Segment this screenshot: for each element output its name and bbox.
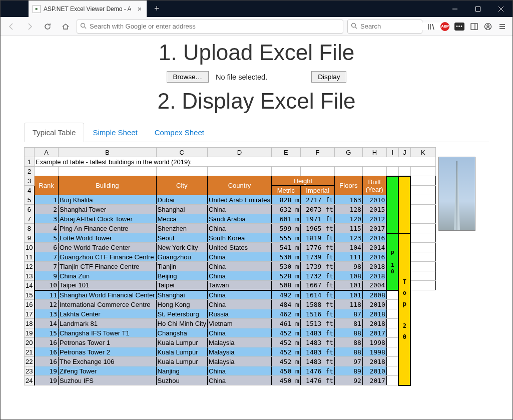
- cell-country: South Korea: [208, 233, 272, 243]
- cell-rank: 14: [35, 319, 59, 328]
- address-input[interactable]: [90, 23, 340, 30]
- row-header[interactable]: 13: [25, 271, 35, 281]
- col-header[interactable]: F: [300, 148, 334, 157]
- cell-imperial: 1971 ft: [300, 214, 334, 224]
- cell-metric: 450 m: [271, 376, 300, 385]
- tab-compex-sheet[interactable]: Compex Sheet: [146, 123, 213, 142]
- nav-forward-button[interactable]: [23, 20, 37, 34]
- window-close-button[interactable]: [489, 1, 512, 17]
- cell-building: Taipei 101: [59, 281, 157, 290]
- cell-city: Ho Chi Minh City: [156, 319, 208, 328]
- cell-rank: 16: [35, 347, 59, 357]
- cell-country: Malaysia: [208, 338, 272, 347]
- row-header[interactable]: 8: [25, 224, 35, 233]
- row-header[interactable]: 4: [25, 186, 35, 195]
- library-icon[interactable]: [426, 22, 435, 31]
- browse-button[interactable]: Browse…: [167, 71, 209, 83]
- col-header[interactable]: A: [35, 148, 59, 157]
- sheet-tabs: Typical TableSimple SheetCompex Sheet: [24, 123, 489, 142]
- col-header[interactable]: K: [410, 148, 435, 157]
- cell-rank: 12: [35, 300, 59, 309]
- lastpass-icon[interactable]: •••: [454, 23, 464, 31]
- hdr-city: City: [156, 176, 208, 195]
- display-button[interactable]: Display: [311, 71, 346, 83]
- reload-button[interactable]: [41, 20, 55, 34]
- cell-building: Zifeng Tower: [59, 366, 157, 376]
- row-header[interactable]: 10: [25, 243, 35, 252]
- cell-city: Kuala Lumpur: [156, 357, 208, 366]
- cell-floors: 163: [334, 195, 362, 205]
- row-header[interactable]: 9: [25, 233, 35, 243]
- row-header[interactable]: 18: [25, 319, 35, 328]
- menu-icon[interactable]: [497, 22, 506, 31]
- row-header[interactable]: 16: [25, 300, 35, 309]
- cell-floors: 98: [334, 262, 362, 271]
- row-header[interactable]: 23: [25, 366, 35, 376]
- cell-country: Malaysia: [208, 357, 272, 366]
- row-header[interactable]: 11: [25, 252, 35, 262]
- cell-city: Dubai: [156, 195, 208, 205]
- row-header[interactable]: 14: [25, 281, 35, 290]
- sidebar-icon[interactable]: [469, 22, 478, 31]
- window-titlebar: ■ ASP.NET Excel Viewer Demo - A × +: [1, 1, 512, 17]
- nav-back-button[interactable]: [5, 20, 19, 34]
- cell-rank: 15: [35, 328, 59, 338]
- row-header[interactable]: 15: [25, 290, 35, 300]
- row-header[interactable]: 22: [25, 357, 35, 366]
- cell-city: Seoul: [156, 233, 208, 243]
- cell-imperial: 1483 ft: [300, 338, 334, 347]
- row-header[interactable]: 2: [25, 167, 35, 176]
- heading-upload: 1. Upload Excel File: [1, 40, 512, 65]
- cell-city: Taipei: [156, 281, 208, 290]
- row-header[interactable]: 21: [25, 347, 35, 357]
- account-icon[interactable]: [483, 22, 492, 31]
- cell-floors: 88: [334, 347, 362, 357]
- col-header[interactable]: D: [208, 148, 272, 157]
- cell-metric: 508 m: [271, 281, 300, 290]
- cell-imperial: 1614 ft: [300, 290, 334, 300]
- row-header[interactable]: 17: [25, 309, 35, 319]
- row-header[interactable]: 5: [25, 195, 35, 205]
- cell-year: 2010: [362, 300, 386, 309]
- close-tab-icon[interactable]: ×: [137, 5, 142, 13]
- row-header[interactable]: 3: [25, 176, 35, 186]
- adblock-icon[interactable]: ABP: [440, 22, 449, 31]
- cell-floors: 81: [334, 319, 362, 328]
- row-header[interactable]: 6: [25, 205, 35, 214]
- spreadsheet-table: ABCDEFGHIJK1Example of table - tallest b…: [24, 147, 436, 386]
- cell-imperial: 1476 ft: [300, 376, 334, 385]
- window-minimize-button[interactable]: [443, 1, 466, 17]
- cell-imperial: 1513 ft: [300, 319, 334, 328]
- cell-floors: 128: [334, 205, 362, 214]
- col-header[interactable]: J: [398, 148, 410, 157]
- tab-simple-sheet[interactable]: Simple Sheet: [84, 123, 146, 142]
- col-header[interactable]: C: [156, 148, 208, 157]
- cell-year: 2010: [362, 195, 386, 205]
- cell-country: Taiwan: [208, 281, 272, 290]
- cell-country: China: [208, 205, 272, 214]
- browser-tab[interactable]: ■ ASP.NET Excel Viewer Demo - A ×: [29, 1, 147, 17]
- col-header[interactable]: I: [386, 148, 398, 157]
- corner-cell: [25, 148, 35, 157]
- row-header[interactable]: 19: [25, 328, 35, 338]
- tab-typical-table[interactable]: Typical Table: [24, 123, 84, 142]
- cell-city: Nanjing: [156, 366, 208, 376]
- cell-building: Lakhta Center: [59, 309, 157, 319]
- row-header[interactable]: 1: [25, 157, 35, 167]
- row-header[interactable]: 12: [25, 262, 35, 271]
- new-tab-button[interactable]: +: [154, 4, 160, 14]
- cell-rank: 4: [35, 224, 59, 233]
- search-bar[interactable]: [347, 20, 422, 34]
- cell-imperial: 1732 ft: [300, 271, 334, 281]
- row-header[interactable]: 20: [25, 338, 35, 347]
- col-header[interactable]: G: [334, 148, 362, 157]
- address-bar[interactable]: [77, 20, 343, 34]
- col-header[interactable]: H: [362, 148, 386, 157]
- browser-toolbar: ABP •••: [1, 17, 512, 36]
- col-header[interactable]: E: [271, 148, 300, 157]
- row-header[interactable]: 7: [25, 214, 35, 224]
- row-header[interactable]: 24: [25, 376, 35, 385]
- home-button[interactable]: [59, 20, 73, 34]
- window-maximize-button[interactable]: [466, 1, 489, 17]
- col-header[interactable]: B: [59, 148, 157, 157]
